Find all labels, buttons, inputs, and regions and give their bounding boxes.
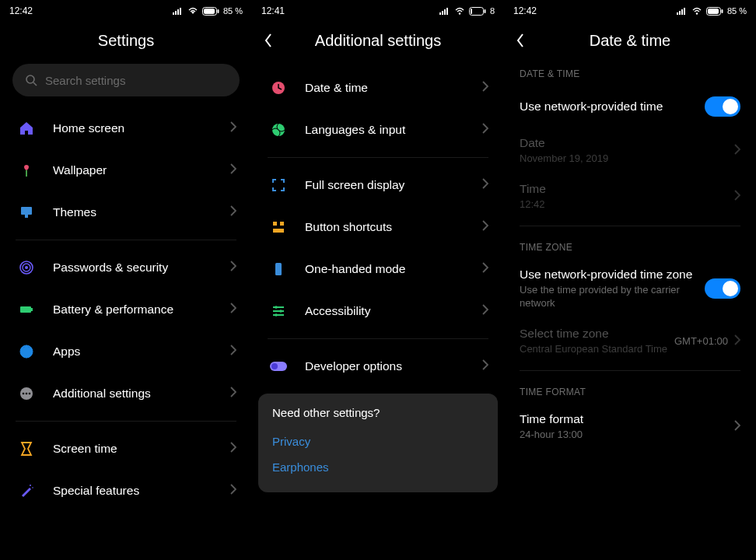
status-time: 12:41	[261, 5, 285, 16]
svg-rect-34	[273, 222, 277, 226]
row-button-shortcuts[interactable]: Button shortcuts	[252, 206, 504, 248]
svg-rect-26	[444, 9, 446, 15]
svg-point-45	[271, 363, 278, 369]
svg-rect-48	[681, 9, 683, 15]
svg-point-23	[32, 487, 33, 488]
section-time-zone: TIME ZONE	[504, 233, 756, 259]
separator	[520, 226, 740, 226]
battery-icon	[202, 7, 219, 16]
battery-percent: 85 %	[223, 6, 243, 16]
additional-settings-screen: 12:41 8 Additional settings Date & time …	[252, 0, 504, 560]
svg-rect-53	[721, 9, 723, 13]
chevron-right-icon	[482, 220, 488, 234]
back-button[interactable]	[264, 33, 283, 47]
svg-rect-35	[280, 222, 284, 226]
svg-rect-10	[25, 215, 28, 218]
row-time: Time 12:42	[504, 173, 756, 219]
svg-rect-25	[442, 11, 443, 15]
status-bar: 12:42 85 %	[504, 0, 756, 22]
row-accessibility[interactable]: Accessibility	[252, 290, 504, 332]
chevron-right-icon	[482, 262, 488, 276]
section-time-format: TIME FORMAT	[504, 377, 756, 404]
row-use-network-time[interactable]: Use network-provided time	[504, 86, 756, 128]
row-apps[interactable]: Apps	[0, 331, 252, 373]
row-home-screen[interactable]: Home screen	[0, 107, 252, 149]
svg-rect-31	[484, 9, 485, 13]
separator	[268, 157, 488, 158]
chevron-right-icon	[230, 303, 236, 317]
toggle-network-time[interactable]	[705, 96, 740, 117]
other-settings-card: Need other settings? Privacy Earphones	[258, 394, 498, 492]
row-wallpaper[interactable]: Wallpaper	[0, 149, 252, 191]
special-features-icon	[16, 483, 37, 499]
svg-rect-0	[173, 12, 174, 15]
svg-point-13	[25, 266, 28, 269]
chevron-right-icon	[230, 442, 236, 456]
separator	[16, 421, 236, 422]
row-screen-time[interactable]: Screen time	[0, 428, 252, 470]
chevron-right-icon	[230, 121, 236, 135]
row-additional-settings[interactable]: Additional settings	[0, 373, 252, 415]
link-earphones[interactable]: Earphones	[272, 454, 484, 480]
svg-rect-15	[31, 308, 33, 311]
page-title: Date & time	[516, 32, 744, 50]
page-header: Settings	[0, 22, 252, 59]
shortcuts-icon	[268, 219, 289, 235]
search-placeholder: Search settings	[45, 74, 125, 87]
svg-rect-1	[175, 11, 177, 15]
svg-point-22	[30, 485, 31, 486]
svg-point-50	[696, 12, 698, 14]
svg-point-7	[26, 75, 34, 83]
battery-percent: 85 %	[727, 6, 747, 16]
home-icon	[16, 121, 37, 136]
additional-settings-icon	[16, 386, 37, 401]
row-themes[interactable]: Themes	[0, 191, 252, 233]
wifi-icon	[691, 7, 702, 15]
page-title: Additional settings	[264, 32, 492, 50]
svg-rect-2	[177, 9, 179, 15]
svg-rect-36	[273, 229, 284, 233]
svg-point-21	[29, 393, 31, 395]
screen-time-icon	[16, 441, 37, 457]
page-header: Additional settings	[252, 22, 504, 59]
row-developer-options[interactable]: Developer options	[252, 345, 504, 387]
row-one-handed-mode[interactable]: One-handed mode	[252, 248, 504, 290]
chevron-right-icon	[734, 190, 740, 204]
row-passwords-security[interactable]: Passwords & security	[0, 247, 252, 289]
chevron-right-icon	[230, 387, 236, 401]
chevron-right-icon	[482, 359, 488, 373]
clock-icon	[268, 80, 289, 96]
svg-rect-9	[21, 207, 32, 215]
row-date-time[interactable]: Date & time	[252, 67, 504, 109]
back-button[interactable]	[516, 33, 535, 47]
row-battery-performance[interactable]: Battery & performance	[0, 289, 252, 331]
chevron-right-icon	[482, 304, 488, 318]
fullscreen-icon	[268, 177, 289, 193]
row-special-features[interactable]: Special features	[0, 470, 252, 512]
status-time: 12:42	[513, 5, 537, 16]
toggle-network-timezone[interactable]	[705, 278, 740, 299]
globe-icon	[268, 122, 289, 138]
row-use-network-timezone[interactable]: Use network-provided time zone Use the t…	[504, 259, 756, 318]
card-title: Need other settings?	[272, 406, 484, 419]
page-header: Date & time	[504, 22, 756, 59]
chevron-right-icon	[482, 178, 488, 192]
wallpaper-icon	[16, 163, 37, 178]
status-bar: 12:42 85 %	[0, 0, 252, 22]
row-time-format[interactable]: Time format 24-hour 13:00	[504, 404, 756, 450]
row-languages-input[interactable]: Languages & input	[252, 109, 504, 151]
apps-icon	[16, 344, 37, 359]
row-full-screen-display[interactable]: Full screen display	[252, 164, 504, 206]
svg-point-19	[23, 393, 25, 395]
chevron-right-icon	[482, 81, 488, 95]
link-privacy[interactable]: Privacy	[272, 429, 484, 454]
svg-point-28	[459, 12, 460, 14]
svg-rect-52	[708, 9, 719, 14]
svg-point-41	[275, 306, 278, 309]
search-input[interactable]: Search settings	[12, 64, 240, 96]
settings-screen: 12:42 85 % Settings Search settings Home…	[0, 0, 252, 560]
svg-rect-47	[679, 11, 681, 15]
separator	[520, 370, 740, 371]
battery-icon	[469, 7, 486, 16]
svg-point-20	[26, 393, 28, 395]
